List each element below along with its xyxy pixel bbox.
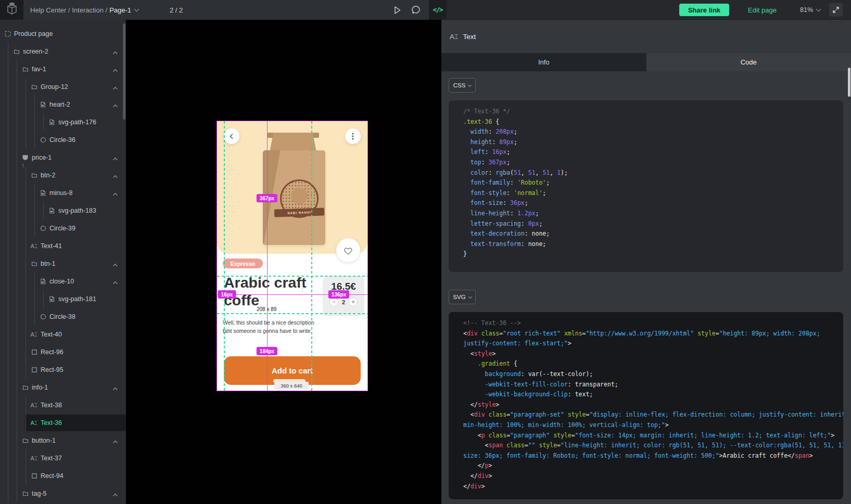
layer-row-btn-1[interactable]: btn-1 [0,255,126,273]
product-tag-badge[interactable]: Expresso [223,259,263,268]
layer-row-price-1[interactable]: price-1 [0,149,126,166]
chevron-up-icon[interactable] [112,66,119,72]
tree-guide-line [26,343,26,361]
code-line: letter-spacing: 0px; [463,220,838,230]
layer-row-screen-2[interactable]: screen-2 [0,43,126,60]
quantity-minus-button[interactable]: − [329,298,338,306]
layer-row-rect-95[interactable]: Rect-95 [0,361,126,379]
tab-info[interactable]: Info [441,53,646,71]
layer-row-info-1[interactable]: info-1 [0,379,126,396]
folder-layer-icon [31,261,37,267]
comment-icon[interactable] [410,4,422,16]
layer-row-circle-39[interactable]: Circle-39 [0,219,126,237]
layer-row-minus-8[interactable]: minus-8 [0,184,126,202]
layer-row-rect-96[interactable]: Rect-96 [0,343,126,361]
chevron-up-icon[interactable] [112,278,119,285]
tree-guide-line [26,449,26,467]
layer-row-text-37[interactable]: A⌶Text-37 [0,449,126,467]
chevron-up-icon[interactable] [112,84,119,90]
svg-format-value: SVG [453,294,465,300]
layer-row-btn-2[interactable]: btn-2 [0,166,126,184]
layer-row-group-12[interactable]: Group-12 [0,78,126,96]
product-description[interactable]: Well, this should be a nice description … [223,318,319,335]
chevron-up-icon[interactable] [112,437,119,444]
code-line: </div> [463,472,838,483]
text-layer-icon: A⌶ [450,33,458,40]
sidebar-scrollbar[interactable] [123,23,125,120]
layer-row-fav-1[interactable]: fav-1 [0,60,126,78]
layer-row-text-40[interactable]: A⌶Text-40 [0,326,126,343]
guide-horizontal-bottom [217,313,367,314]
tree-guide-line [17,78,17,96]
layer-row-product page[interactable]: Product page [0,25,126,43]
zoom-level-value: 81% [800,6,813,14]
tree-guide-line [17,467,17,485]
menu-dots-button[interactable] [345,128,361,144]
back-button[interactable] [224,128,239,144]
code-line: <p class="paragraph" style="font-size: 1… [463,432,838,442]
code-view-button[interactable]: </> [429,0,447,20]
layer-row-circle-36[interactable]: Circle-36 [0,131,126,149]
breadcrumb-current[interactable]: Page-1 [109,6,131,14]
quantity-plus-button[interactable]: + [349,298,358,306]
tree-guide-line [43,290,44,308]
layer-label: screen-2 [23,48,48,55]
play-button[interactable] [391,4,403,16]
layer-row-text-38[interactable]: A⌶Text-38 [0,396,126,414]
chevron-up-icon[interactable] [112,261,119,267]
design-frame[interactable]: NABI NAHUI Expresso Arabic craft coffe 2… [217,121,367,391]
code-line: /* Text-36 */ [463,108,838,118]
share-link-button[interactable]: Share link [679,4,729,16]
favorite-heart-button[interactable] [336,238,360,262]
chevron-down-icon [468,294,472,298]
layer-row-tag-5[interactable]: tag-5 [0,485,126,502]
layer-row-svg-path-181[interactable]: svg-path-181 [0,290,126,308]
chevron-down-icon [134,7,139,12]
layer-label: Text-40 [41,331,62,338]
layer-label: Circle-36 [49,136,75,144]
tree-guide-line [8,96,8,113]
tree-guide-line [26,237,26,255]
layer-row-heart-2[interactable]: heart-2 [0,96,126,113]
chevron-up-icon[interactable] [112,384,119,391]
tree-guide-line [17,290,17,308]
product-title[interactable]: Arabic craft coffe [224,274,313,309]
layer-row-svg-path-183[interactable]: svg-path-183 [0,202,126,219]
tree-guide-line [17,149,17,166]
chevron-up-icon[interactable] [112,172,119,178]
breadcrumb[interactable]: Help Center / Interaction / Page-1 [30,0,138,20]
layer-row-close-10[interactable]: close-10 [0,273,126,290]
product-image-area[interactable]: NABI NAHUI [217,121,367,254]
chevron-up-icon[interactable] [112,154,119,161]
layer-row-text-36[interactable]: A⌶Text-36 [0,414,126,432]
edit-page-link[interactable]: Edit page [748,0,777,20]
folder-layer-icon [31,84,37,91]
tab-code[interactable]: Code [646,53,851,71]
layer-row-text-41[interactable]: A⌶Text-41 [0,237,126,255]
tree-guide-line [26,308,26,326]
code-line: .gradient { [463,360,838,370]
folder-layer-icon [22,437,29,444]
tree-guide-line [8,361,8,379]
folder-layer-icon [22,384,29,391]
code-line: width: 208px; [463,128,838,138]
fullscreen-button[interactable] [829,3,843,17]
css-format-dropdown[interactable]: CSS [449,78,476,93]
chevron-up-icon[interactable] [112,190,119,196]
chevron-up-icon[interactable] [112,101,119,108]
layer-label: btn-2 [41,172,56,179]
tree-guide-line [26,184,26,202]
zoom-level-dropdown[interactable]: 81% [800,0,820,20]
svg-format-dropdown[interactable]: SVG [449,290,476,304]
layer-label: fav-1 [32,66,46,73]
chevron-up-icon[interactable] [112,490,119,497]
layer-row-svg-path-176[interactable]: svg-path-176 [0,113,126,131]
layer-row-rect-94[interactable]: Rect-94 [0,467,126,485]
tree-guide-line [43,202,44,219]
layer-row-button-1[interactable]: button-1 [0,432,126,449]
app-logo[interactable] [0,0,23,20]
chevron-up-icon[interactable] [112,48,119,55]
layer-row-circle-38[interactable]: Circle-38 [0,308,126,326]
tree-guide-line [17,326,17,343]
panel-scrollbar[interactable] [848,68,850,97]
